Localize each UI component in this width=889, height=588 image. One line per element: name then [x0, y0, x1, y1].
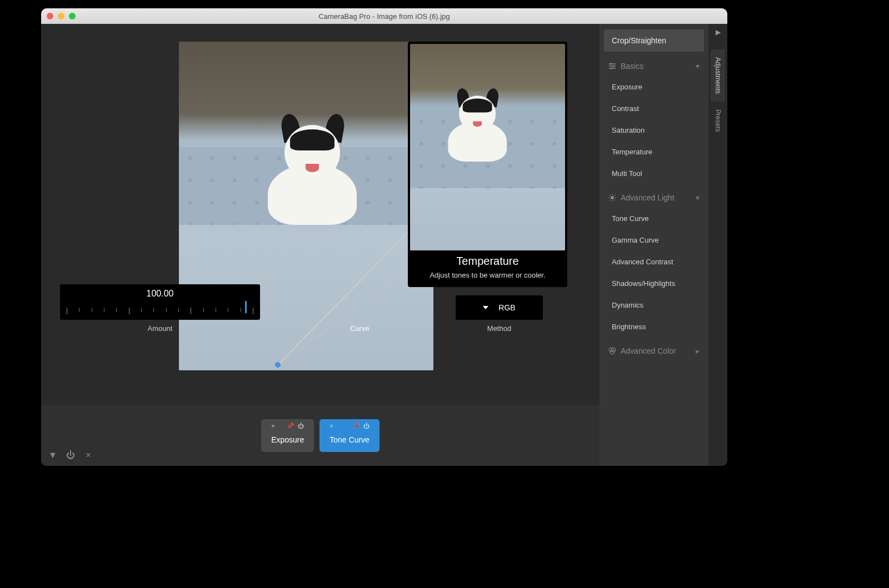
sidebar-item-multi-tool[interactable]: Multi Tool: [604, 164, 704, 183]
group-label: Advanced Light: [621, 193, 675, 202]
chip-label: Tone Curve: [329, 435, 369, 444]
traffic-lights: [47, 13, 76, 19]
maximize-window-button[interactable]: [69, 13, 76, 19]
strip-footer-icons: ▼ ⏻ ×: [49, 451, 92, 459]
svg-line-14: [610, 200, 610, 200]
svg-point-7: [611, 196, 614, 199]
tooltip-title: Temperature: [410, 255, 565, 268]
tooltip-preview-image: [410, 44, 565, 250]
chevron-down-icon: ▾: [696, 62, 700, 71]
tooltip-description: Adjust tones to be warmer or cooler.: [414, 271, 561, 279]
svg-point-4: [610, 63, 612, 65]
chevron-down-icon: ▾: [696, 193, 700, 202]
sliders-icon: [608, 62, 616, 70]
sidebar-item-shadows-highlights[interactable]: Shadows/Highlights: [604, 274, 704, 293]
canvas-zone: Temperature Adjust tones to be warmer or…: [41, 24, 600, 405]
close-icon[interactable]: ×: [329, 423, 333, 430]
close-window-button[interactable]: [47, 13, 53, 19]
sidebar-item-saturation[interactable]: Saturation: [604, 120, 704, 140]
sidebar-item-brightness[interactable]: Brightness: [604, 317, 704, 336]
crop-straighten-button[interactable]: Crop/Straighten: [604, 29, 704, 52]
sidebar-item-contrast[interactable]: Contrast: [604, 99, 704, 118]
method-value: RGB: [498, 303, 515, 312]
vtab-adjustments[interactable]: Adjustments: [711, 49, 725, 102]
group-label: Basics: [621, 62, 643, 71]
sidebar-item-dynamics[interactable]: Dynamics: [604, 295, 704, 315]
group-header-advanced-light[interactable]: Advanced Light ▾: [604, 185, 704, 207]
pin-icon[interactable]: 📌: [287, 423, 294, 430]
chevron-down-icon[interactable]: ▼: [49, 451, 57, 459]
main-area: Temperature Adjust tones to be warmer or…: [41, 24, 600, 466]
svg-point-6: [611, 68, 613, 69]
color-circles-icon: [608, 347, 616, 355]
filter-strip: × 📌 ⏻ Exposure × 📌 ⏻: [41, 405, 600, 466]
vertical-tab-rail: ▶ Adjustments Presets: [708, 24, 727, 466]
app-window: CameraBag Pro - Image from iOS (6).jpg: [41, 8, 727, 466]
slider-handle[interactable]: [245, 301, 247, 313]
window-title: CameraBag Pro - Image from iOS (6).jpg: [41, 12, 727, 21]
group-header-advanced-color[interactable]: Advanced Color ▸: [604, 339, 704, 360]
filter-chip-exposure[interactable]: × 📌 ⏻ Exposure: [261, 419, 314, 452]
sidebar-item-advanced-contrast[interactable]: Advanced Contrast: [604, 252, 704, 272]
minimize-window-button[interactable]: [58, 13, 64, 19]
brightness-icon: [608, 194, 616, 202]
chip-label: Exposure: [271, 435, 304, 444]
sidebar-item-tone-curve[interactable]: Tone Curve: [604, 209, 704, 228]
power-icon[interactable]: ⏻: [67, 451, 74, 459]
pin-icon[interactable]: 📌: [352, 423, 360, 430]
amount-label: Amount: [60, 324, 260, 333]
method-dropdown[interactable]: RGB: [456, 295, 543, 320]
close-icon[interactable]: ×: [84, 451, 92, 459]
group-header-basics[interactable]: Basics ▾: [604, 54, 704, 75]
sidebar-item-gamma-curve[interactable]: Gamma Curve: [604, 230, 704, 250]
sidebar-item-exposure[interactable]: Exposure: [604, 77, 704, 97]
amount-value: 100.00: [67, 289, 253, 299]
chevron-down-icon: [483, 306, 488, 309]
svg-line-12: [610, 195, 610, 195]
power-icon[interactable]: ⏻: [363, 423, 369, 430]
amount-slider[interactable]: 100.00: [60, 284, 260, 320]
method-control: RGB Method: [456, 295, 543, 333]
method-label: Method: [456, 324, 543, 333]
content-area: Temperature Adjust tones to be warmer or…: [41, 24, 727, 466]
close-icon[interactable]: ×: [271, 423, 274, 430]
group-label: Advanced Color: [621, 346, 676, 355]
sidebar-item-temperature[interactable]: Temperature: [604, 142, 704, 162]
vtab-presets[interactable]: Presets: [711, 102, 725, 140]
curve-label: Curve: [350, 324, 369, 333]
svg-line-13: [615, 200, 615, 200]
expand-panel-icon[interactable]: ▶: [716, 28, 721, 36]
svg-line-15: [615, 195, 615, 195]
filter-chip-tone-curve[interactable]: × 📌 ⏻ Tone Curve: [319, 419, 379, 452]
chevron-right-icon: ▸: [696, 346, 700, 355]
side-panel[interactable]: Crop/Straighten Basics ▾ Exposure Contra…: [600, 24, 708, 466]
power-icon[interactable]: ⏻: [298, 423, 304, 430]
tooltip-panel: Temperature Adjust tones to be warmer or…: [408, 42, 567, 287]
svg-point-5: [613, 66, 615, 67]
image-subject: [246, 114, 373, 242]
amount-control: 100.00 Amount: [60, 284, 260, 333]
titlebar[interactable]: CameraBag Pro - Image from iOS (6).jpg: [41, 8, 727, 24]
